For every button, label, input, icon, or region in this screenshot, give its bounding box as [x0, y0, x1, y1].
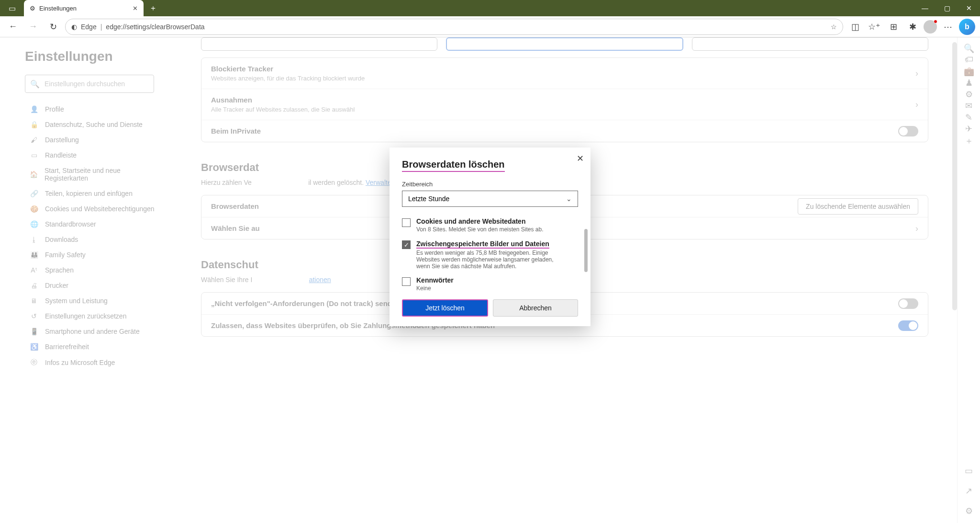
option-title: Cookies und andere Websitedaten: [416, 217, 544, 225]
url-text: edge://settings/clearBrowserData: [106, 23, 204, 31]
extensions-icon[interactable]: ✱: [904, 19, 921, 35]
clear-option[interactable]: Cookies und andere WebsitedatenVon 8 Sit…: [402, 217, 578, 233]
dialog-close-button[interactable]: ✕: [577, 153, 584, 164]
bing-chat-button[interactable]: b: [959, 19, 975, 35]
clear-now-button[interactable]: Jetzt löschen: [402, 299, 488, 317]
option-subtitle: Keine: [416, 285, 454, 292]
dialog-scrollbar[interactable]: [584, 229, 588, 272]
browser-tab[interactable]: ⚙ Einstellungen ✕: [24, 0, 144, 16]
new-tab-button[interactable]: ＋: [147, 1, 159, 15]
chevron-down-icon: ⌄: [566, 195, 572, 203]
collections-icon[interactable]: ⊞: [885, 19, 902, 35]
checkbox[interactable]: [402, 277, 411, 286]
url-app: Edge: [81, 23, 97, 31]
option-title: Zwischengespeicherte Bilder und Dateien: [416, 240, 549, 249]
option-title: Kennwörter: [416, 276, 454, 284]
clear-option[interactable]: KennwörterKeine: [402, 276, 578, 292]
refresh-button[interactable]: ↻: [45, 19, 61, 35]
clear-data-dialog: ✕ Browserdaten löschen Zeitbereich Letzt…: [390, 148, 590, 326]
modal-overlay: ✕ Browserdaten löschen Zeitbereich Letzt…: [0, 37, 980, 523]
option-subtitle: Von 8 Sites. Meldet Sie von den meisten …: [416, 226, 544, 233]
split-screen-icon[interactable]: ◫: [847, 19, 863, 35]
profile-avatar[interactable]: [924, 20, 937, 34]
window-controls: ― ▢ ✕: [914, 0, 980, 16]
titlebar: ▭ ⚙ Einstellungen ✕ ＋ ― ▢ ✕: [0, 0, 980, 16]
tab-actions[interactable]: ▭: [0, 0, 24, 16]
close-tab-icon[interactable]: ✕: [133, 5, 138, 12]
app-menu-button[interactable]: ⋯: [940, 19, 956, 35]
cancel-button[interactable]: Abbrechen: [493, 299, 578, 317]
browser-toolbar: ← → ↻ ◐ Edge | edge://settings/clearBrow…: [0, 16, 980, 37]
checkbox[interactable]: [402, 218, 411, 227]
favorite-star-icon[interactable]: ☆: [831, 23, 837, 31]
address-bar[interactable]: ◐ Edge | edge://settings/clearBrowserDat…: [65, 19, 843, 35]
gear-icon: ⚙: [30, 5, 35, 12]
clear-option[interactable]: ✓Zwischengespeicherte Bilder und Dateien…: [402, 239, 578, 270]
forward-button[interactable]: →: [25, 19, 41, 35]
checkbox[interactable]: ✓: [402, 240, 411, 249]
back-button[interactable]: ←: [5, 19, 21, 35]
tab-title: Einstellungen: [39, 5, 77, 12]
site-identity-icon[interactable]: ◐: [71, 23, 77, 31]
dialog-title: Browserdaten löschen: [402, 159, 505, 172]
tab-overview-icon[interactable]: ▭: [9, 4, 16, 13]
time-range-label: Zeitbereich: [402, 181, 578, 188]
time-range-value: Letzte Stunde: [408, 195, 449, 203]
favorites-icon[interactable]: ☆⁺: [866, 19, 882, 35]
time-range-select[interactable]: Letzte Stunde ⌄: [402, 191, 578, 207]
minimize-button[interactable]: ―: [914, 0, 936, 16]
close-window-button[interactable]: ✕: [958, 0, 980, 16]
maximize-button[interactable]: ▢: [936, 0, 958, 16]
option-subtitle: Es werden weniger als 75,8 MB freigegebe…: [416, 250, 565, 270]
